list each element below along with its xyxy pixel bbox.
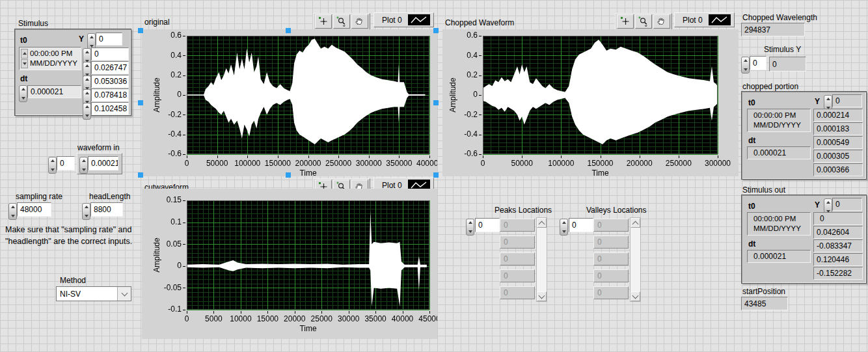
- valleys-index-spinner[interactable]: [560, 219, 568, 236]
- so-y-label: Y: [815, 200, 820, 210]
- waveform-in-label: waveform in: [77, 143, 120, 152]
- selection-handle[interactable]: [138, 28, 143, 33]
- selection-handle[interactable]: [433, 100, 439, 105]
- cutwaveform-graph-canvas[interactable]: [142, 189, 437, 339]
- stimulus-y-label: Y: [79, 34, 84, 44]
- stimulus-y-index[interactable]: 0: [96, 33, 122, 46]
- cp-t0-date: MM/DD/YYYY: [753, 121, 801, 129]
- cp-y-label: Y: [815, 97, 820, 106]
- waveform-in-index[interactable]: 0: [57, 156, 75, 170]
- plot-line-swatch: [709, 14, 731, 25]
- peaks-array-element: 0: [500, 236, 535, 249]
- start-position-value: 43485: [741, 297, 788, 310]
- stimulus-t0-label: t0: [20, 36, 27, 45]
- chevron-down-icon: [121, 290, 128, 296]
- cp-y-element: 0.000183: [813, 122, 863, 135]
- selection-handle[interactable]: [433, 172, 439, 178]
- so-y-index[interactable]: 0: [832, 198, 862, 211]
- stimulus-t0-field[interactable]: 00:00:00 PMMM/DD/YYYY: [19, 47, 81, 70]
- sampling-rate-spinner[interactable]: [8, 203, 17, 220]
- y-array-element[interactable]: 0.053036: [91, 75, 129, 88]
- selection-handle[interactable]: [286, 28, 291, 33]
- selection-handle[interactable]: [433, 28, 439, 33]
- t0-time: 00:00:00 PM: [30, 49, 72, 57]
- chopped-graph-palette: [615, 13, 672, 30]
- chopped-plot-legend[interactable]: Plot 0: [674, 12, 735, 27]
- so-t0-time: 00:00:00 PM: [753, 215, 796, 223]
- pan-hand-icon[interactable]: [653, 14, 670, 29]
- y-array-element[interactable]: 0.102458: [91, 102, 129, 115]
- chopped-graph-canvas[interactable]: [442, 29, 739, 176]
- waveform-in-value[interactable]: 0.000213: [88, 156, 118, 170]
- note-line-2: "headlength" are the correct inputs.: [5, 237, 132, 246]
- y-array-element[interactable]: 0.026747: [91, 61, 129, 74]
- stimulus-y-label: Stimulus Y: [764, 45, 801, 54]
- peaks-index[interactable]: 0: [475, 218, 500, 232]
- cursor-move-icon[interactable]: [617, 14, 634, 29]
- cp-y-index[interactable]: 0: [832, 94, 862, 107]
- chevron-up-icon: [632, 221, 639, 227]
- chopped-wavelength-value: 294837: [741, 23, 805, 36]
- scroll-up-button[interactable]: [537, 218, 547, 228]
- scroll-up-button[interactable]: [631, 218, 640, 228]
- original-graph-palette: [313, 13, 370, 30]
- so-y-element: 0: [813, 212, 863, 225]
- zoom-icon[interactable]: [333, 14, 350, 29]
- stimulus-dt-label: dt: [20, 74, 27, 83]
- cp-y-element: 0.000366: [813, 163, 863, 176]
- peaks-index-spinner[interactable]: [466, 219, 474, 236]
- y-array-element[interactable]: 0: [91, 47, 129, 61]
- peaks-scrollbar[interactable]: [536, 217, 547, 302]
- y-el-spinner[interactable]: [83, 103, 91, 120]
- cp-t0-label: t0: [748, 98, 755, 107]
- valleys-index[interactable]: 0: [569, 218, 593, 232]
- scroll-down-button[interactable]: [631, 291, 640, 301]
- valleys-array-element: 0: [593, 236, 629, 249]
- plot-legend-label: Plot 0: [683, 16, 703, 25]
- pan-hand-icon[interactable]: [351, 14, 368, 29]
- original-graph-canvas[interactable]: [142, 29, 437, 176]
- scroll-down-button[interactable]: [537, 291, 547, 301]
- method-label: Method: [60, 276, 86, 285]
- peaks-array-element: 0: [500, 252, 535, 265]
- stimulus-cluster: t0 00:00:00 PMMM/DD/YYYY dt 0.000021 Y 0…: [14, 29, 131, 116]
- method-value: NI-SV: [57, 287, 117, 301]
- front-panel: Stimulus t0 00:00:00 PMMM/DD/YYYY dt 0.0…: [0, 0, 868, 352]
- so-t0-label: t0: [748, 202, 755, 211]
- stimulus-y-index[interactable]: 0: [750, 56, 766, 70]
- cursor-move-icon[interactable]: [315, 14, 332, 29]
- cp-t0-field: 00:00:00 PMMM/DD/YYYY: [747, 109, 811, 132]
- stimulus-y-value: 0: [769, 57, 806, 72]
- stimulus-y-index-spinner[interactable]: [741, 57, 750, 74]
- valleys-array-element: 0: [593, 269, 629, 282]
- so-y-element: 0.042604: [813, 226, 863, 239]
- valleys-locations-label: Valleys Locations: [586, 206, 647, 215]
- cp-dt-field: 0.000021: [747, 146, 811, 159]
- t0-updown-arrows[interactable]: [21, 49, 28, 68]
- t0-date: MM/DD/YYYY: [30, 59, 77, 67]
- selection-handle[interactable]: [138, 100, 143, 105]
- selection-handle[interactable]: [138, 172, 143, 178]
- valleys-scrollbar[interactable]: [630, 217, 641, 302]
- head-length-field[interactable]: 8800: [90, 202, 123, 217]
- y-array-element[interactable]: 0.078418: [91, 88, 129, 102]
- plot-line-swatch: [408, 14, 430, 25]
- peaks-array-element: 0: [500, 286, 535, 299]
- dt-spinner[interactable]: [19, 85, 27, 102]
- sampling-rate-field[interactable]: 48000: [17, 202, 51, 217]
- head-length-label: headLength: [89, 192, 130, 201]
- method-dropdown-button[interactable]: [117, 287, 131, 301]
- chopped-wavelength-label: Chopped Wavelength: [742, 13, 817, 22]
- zoom-icon[interactable]: [635, 14, 652, 29]
- so-dt-label: dt: [748, 239, 755, 249]
- waveform-in-spinner[interactable]: [79, 157, 88, 174]
- chopped-portion-cluster: t0 00:00:00 PMMM/DD/YYYY dt 0.000021 Y 0…: [741, 91, 867, 180]
- head-length-spinner[interactable]: [82, 203, 90, 220]
- peaks-locations-label: Peaks Locations: [495, 206, 552, 215]
- original-plot-legend[interactable]: Plot 0: [373, 12, 434, 27]
- waveform-in-index-spinner[interactable]: [48, 157, 57, 174]
- stimulus-dt-field[interactable]: 0.000021: [27, 85, 81, 98]
- method-combo[interactable]: NI-SV: [56, 286, 131, 301]
- selection-handle[interactable]: [286, 172, 291, 178]
- cp-y-element: 0.000214: [813, 109, 863, 122]
